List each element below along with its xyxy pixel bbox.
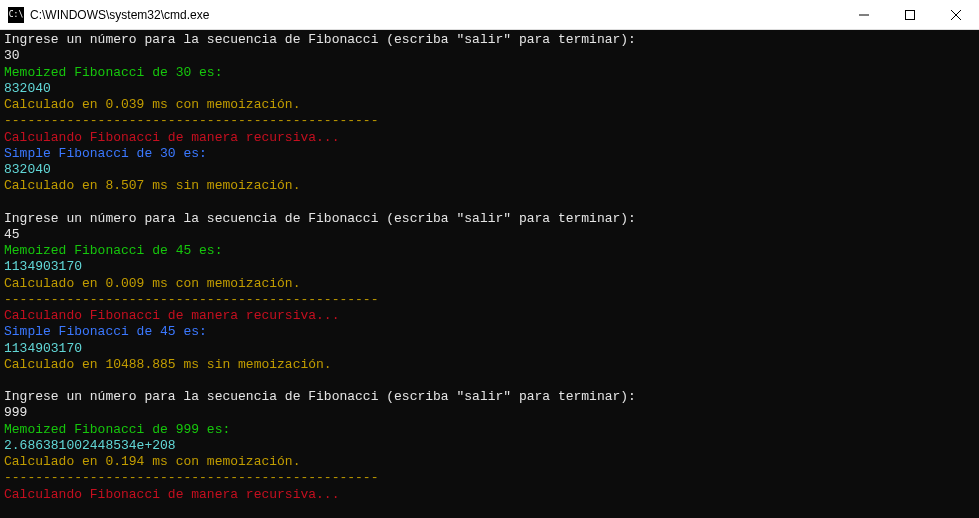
terminal-line: Calculado en 10488.885 ms sin memoizació… bbox=[4, 357, 975, 373]
terminal-line: 832040 bbox=[4, 81, 975, 97]
terminal-line: ----------------------------------------… bbox=[4, 113, 975, 129]
terminal-line: Memoized Fibonacci de 999 es: bbox=[4, 422, 975, 438]
terminal-line: Calculado en 0.009 ms con memoización. bbox=[4, 276, 975, 292]
terminal-line: Memoized Fibonacci de 45 es: bbox=[4, 243, 975, 259]
terminal-line: 45 bbox=[4, 227, 975, 243]
terminal-line: Calculado en 8.507 ms sin memoización. bbox=[4, 178, 975, 194]
terminal-line: 1134903170 bbox=[4, 259, 975, 275]
close-button[interactable] bbox=[933, 0, 979, 29]
terminal-line: ----------------------------------------… bbox=[4, 470, 975, 486]
svg-rect-1 bbox=[906, 10, 915, 19]
cmd-icon: C:\ bbox=[8, 7, 24, 23]
terminal-output[interactable]: Ingrese un número para la secuencia de F… bbox=[0, 30, 979, 518]
cmd-icon-glyph: C:\ bbox=[9, 11, 23, 19]
minimize-button[interactable] bbox=[841, 0, 887, 29]
terminal-line: 2.686381002448534e+208 bbox=[4, 438, 975, 454]
terminal-line: Ingrese un número para la secuencia de F… bbox=[4, 32, 975, 48]
terminal-line: Memoized Fibonacci de 30 es: bbox=[4, 65, 975, 81]
terminal-line: Calculando Fibonacci de manera recursiva… bbox=[4, 130, 975, 146]
cmd-window: C:\ C:\WINDOWS\system32\cmd.exe Ingrese … bbox=[0, 0, 979, 518]
close-icon bbox=[951, 10, 961, 20]
terminal-line: 30 bbox=[4, 48, 975, 64]
terminal-line: Calculando Fibonacci de manera recursiva… bbox=[4, 308, 975, 324]
terminal-line bbox=[4, 195, 975, 211]
terminal-line: Simple Fibonacci de 30 es: bbox=[4, 146, 975, 162]
terminal-line bbox=[4, 373, 975, 389]
terminal-line: Calculando Fibonacci de manera recursiva… bbox=[4, 487, 975, 503]
terminal-line: ----------------------------------------… bbox=[4, 292, 975, 308]
terminal-line: 999 bbox=[4, 405, 975, 421]
window-controls bbox=[841, 0, 979, 29]
minimize-icon bbox=[859, 10, 869, 20]
terminal-line: Ingrese un número para la secuencia de F… bbox=[4, 389, 975, 405]
terminal-line: Simple Fibonacci de 45 es: bbox=[4, 324, 975, 340]
terminal-line: Calculado en 0.194 ms con memoización. bbox=[4, 454, 975, 470]
maximize-button[interactable] bbox=[887, 0, 933, 29]
terminal-line: 1134903170 bbox=[4, 341, 975, 357]
terminal-line: Calculado en 0.039 ms con memoización. bbox=[4, 97, 975, 113]
terminal-line: Ingrese un número para la secuencia de F… bbox=[4, 211, 975, 227]
terminal-line: 832040 bbox=[4, 162, 975, 178]
window-title: C:\WINDOWS\system32\cmd.exe bbox=[30, 8, 841, 22]
titlebar[interactable]: C:\ C:\WINDOWS\system32\cmd.exe bbox=[0, 0, 979, 30]
maximize-icon bbox=[905, 10, 915, 20]
